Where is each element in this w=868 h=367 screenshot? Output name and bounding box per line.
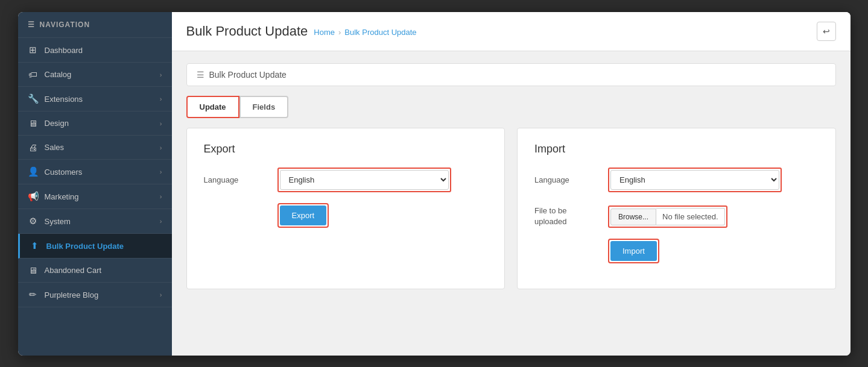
import-button-group: Import [534, 239, 819, 263]
sidebar-item-system[interactable]: ⚙ System › [18, 209, 172, 234]
export-language-label: Language [204, 175, 270, 184]
design-chevron-icon: › [160, 120, 162, 127]
breadcrumb: Home › Bulk Product Update [314, 28, 416, 37]
system-icon: ⚙ [28, 216, 39, 227]
sidebar-item-abandoned-cart[interactable]: 🖥 Abandoned Cart [18, 259, 172, 283]
export-button[interactable]: Export [280, 205, 327, 225]
import-language-group: Language English [534, 168, 819, 192]
purpletree-blog-chevron-icon: › [160, 291, 162, 298]
page-content: ☰ Bulk Product Update Update Fields Expo… [172, 51, 851, 301]
import-language-select-wrapper: English [608, 168, 782, 192]
export-language-group: Language English [204, 168, 488, 192]
purpletree-blog-icon: ✏ [28, 289, 39, 300]
tab-update[interactable]: Update [186, 96, 239, 118]
extensions-chevron-icon: › [160, 95, 162, 102]
extensions-icon: 🔧 [28, 93, 39, 104]
import-button-wrapper: Import [608, 239, 659, 263]
section-header-icon: ☰ [197, 70, 204, 80]
catalog-chevron-icon: › [160, 71, 162, 78]
sidebar-item-purpletree-blog[interactable]: ✏ Purpletree Blog › [18, 283, 172, 307]
export-panel-title: Export [204, 143, 488, 155]
panels: Export Language English Export [186, 128, 836, 289]
sidebar-item-extensions[interactable]: 🔧 Extensions › [18, 87, 172, 111]
sidebar: ☰ NAVIGATION ⊞ Dashboard 🏷 Catalog › 🔧 E… [18, 12, 172, 356]
export-panel: Export Language English Export [186, 128, 505, 289]
nav-header-icon: ☰ [28, 20, 35, 29]
import-language-label: Language [534, 175, 601, 184]
export-language-select-wrapper: English [277, 168, 451, 192]
import-panel-title: Import [534, 143, 819, 155]
file-input-wrapper: Browse... No file selected. [608, 205, 727, 228]
import-button[interactable]: Import [610, 241, 657, 261]
customers-icon: 👤 [28, 166, 39, 177]
nav-header: ☰ NAVIGATION [18, 12, 172, 38]
abandoned-cart-icon: 🖥 [28, 265, 39, 275]
file-no-selected-label: No file selected. [656, 208, 725, 225]
import-language-select[interactable]: English [610, 170, 779, 190]
tab-fields[interactable]: Fields [239, 96, 289, 118]
main-content: Bulk Product Update Home › Bulk Product … [172, 12, 851, 356]
page-title: Bulk Product Update [186, 24, 308, 39]
import-panel: Import Language English File to be uploa… [517, 128, 836, 289]
catalog-icon: 🏷 [28, 69, 39, 80]
marketing-chevron-icon: › [160, 193, 162, 200]
file-upload-label: File to be uploaded [534, 205, 601, 227]
sidebar-item-customers[interactable]: 👤 Customers › [18, 160, 172, 184]
sales-chevron-icon: › [160, 144, 162, 151]
section-header-label: Bulk Product Update [209, 70, 287, 80]
sidebar-item-bulk-product-update[interactable]: ⬆ Bulk Product Update [18, 234, 172, 259]
breadcrumb-current: Bulk Product Update [344, 28, 416, 37]
export-button-group: Export [204, 203, 488, 228]
export-language-select[interactable]: English [280, 170, 449, 190]
file-upload-group: File to be uploaded Browse... No file se… [534, 203, 819, 228]
system-chevron-icon: › [160, 218, 162, 225]
design-icon: 🖥 [28, 118, 39, 128]
sidebar-item-design[interactable]: 🖥 Design › [18, 111, 172, 136]
breadcrumb-separator: › [338, 28, 341, 37]
title-area: Bulk Product Update Home › Bulk Product … [186, 24, 417, 39]
tabs: Update Fields [186, 96, 836, 118]
customers-chevron-icon: › [160, 168, 162, 175]
sales-icon: 🖨 [28, 142, 39, 152]
bulk-product-update-icon: ⬆ [30, 240, 40, 251]
sidebar-item-sales[interactable]: 🖨 Sales › [18, 136, 172, 160]
dashboard-icon: ⊞ [28, 45, 39, 55]
browse-button[interactable]: Browse... [610, 209, 656, 225]
marketing-icon: 📢 [28, 191, 39, 202]
section-header: ☰ Bulk Product Update [186, 63, 836, 86]
sidebar-item-dashboard[interactable]: ⊞ Dashboard [18, 38, 172, 63]
page-header: Bulk Product Update Home › Bulk Product … [172, 12, 851, 51]
back-button[interactable]: ↩ [817, 22, 836, 41]
sidebar-item-marketing[interactable]: 📢 Marketing › [18, 184, 172, 209]
export-button-wrapper: Export [277, 203, 329, 228]
sidebar-item-catalog[interactable]: 🏷 Catalog › [18, 63, 172, 87]
breadcrumb-home[interactable]: Home [314, 28, 335, 37]
